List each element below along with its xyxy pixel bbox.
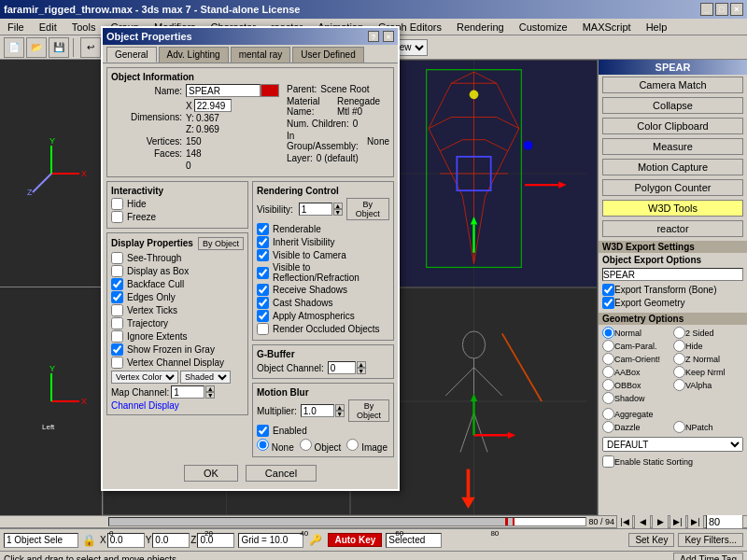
vis-up[interactable]: ▲ <box>333 203 343 209</box>
tl-next-frame-btn[interactable]: ▶| <box>669 514 686 529</box>
tl-play-btn[interactable]: ▶ <box>652 514 669 529</box>
add-time-tag-btn[interactable]: Add Time Tag <box>673 553 743 560</box>
freeze-cb[interactable] <box>111 211 123 223</box>
menu-rendering[interactable]: Rendering <box>453 21 508 33</box>
toolbar-open[interactable]: 📂 <box>26 37 47 58</box>
cancel-btn[interactable]: Cancel <box>246 465 317 482</box>
export-geometry-cb[interactable] <box>602 297 614 309</box>
set-key-btn[interactable]: Set Key <box>628 533 674 547</box>
obbox-radio[interactable] <box>602 379 614 391</box>
vertex-color-select[interactable]: Vertex Color <box>111 371 178 384</box>
trajectory-cb[interactable] <box>111 317 123 329</box>
timeline-track[interactable]: 0 20 40 60 80 <box>108 517 586 526</box>
menu-help[interactable]: Help <box>642 21 671 33</box>
z-normal-radio[interactable] <box>673 353 685 365</box>
measure-btn[interactable]: Measure <box>602 138 743 155</box>
motion-capture-btn[interactable]: Motion Capture <box>602 159 743 175</box>
z-field[interactable]: 0.0 <box>197 533 234 548</box>
toolbar-save[interactable]: 💾 <box>49 37 69 58</box>
collapse-btn[interactable]: Collapse <box>602 97 743 114</box>
reactor-btn[interactable]: reactor <box>602 220 743 237</box>
display-by-object-btn[interactable]: By Object <box>198 237 244 250</box>
2sided-radio[interactable] <box>673 327 685 339</box>
menu-file[interactable]: File <box>4 21 28 33</box>
vertex-channel-cb[interactable] <box>111 357 123 369</box>
maximize-btn[interactable]: □ <box>715 3 728 16</box>
mult-up[interactable]: ▲ <box>335 404 345 411</box>
polygon-counter-btn[interactable]: Polygon Counter <box>602 179 743 196</box>
menu-maxscript[interactable]: MAXScript <box>579 21 635 33</box>
ignore-extents-cb[interactable] <box>111 330 123 343</box>
enabled-cb[interactable] <box>257 425 269 437</box>
ok-btn[interactable]: OK <box>184 465 238 482</box>
color-clipboard-btn[interactable]: Color Clipboard <box>602 118 743 134</box>
vis-camera-cb[interactable] <box>257 249 269 261</box>
tab-general[interactable]: General <box>106 47 157 63</box>
tab-user-defined[interactable]: User Defined <box>292 47 363 63</box>
aggregate-radio[interactable] <box>602 408 614 420</box>
color-swatch[interactable] <box>261 84 279 97</box>
obj-channel-down[interactable]: ▼ <box>357 368 366 374</box>
display-as-box-cb[interactable] <box>111 265 123 277</box>
backface-cull-cb[interactable] <box>111 278 123 290</box>
export-name-input[interactable] <box>602 268 743 281</box>
dialog-help-btn[interactable]: ? <box>368 31 379 42</box>
shaded-select[interactable]: Shaded <box>180 371 231 384</box>
close-btn[interactable]: × <box>730 3 743 16</box>
cam-paral-radio[interactable] <box>602 340 614 352</box>
mult-down[interactable]: ▼ <box>335 411 345 417</box>
auto-key-btn[interactable]: Auto Key <box>328 533 382 547</box>
default-select[interactable]: DEFAULT <box>602 437 743 452</box>
renderable-cb[interactable] <box>257 223 269 235</box>
see-through-cb[interactable] <box>111 252 123 264</box>
hide-cb[interactable] <box>111 198 123 210</box>
enable-static-sorting-cb[interactable] <box>602 455 614 468</box>
toolbar-undo[interactable]: ↩ <box>80 37 101 58</box>
tl-prev-frame-btn[interactable]: ◀ <box>634 514 651 529</box>
menu-tools[interactable]: Tools <box>68 21 100 33</box>
map-channel-input[interactable] <box>171 385 204 399</box>
obj-channel-up[interactable]: ▲ <box>357 361 366 368</box>
aabox-radio[interactable] <box>602 366 614 378</box>
dialog-close-btn[interactable]: × <box>383 31 394 42</box>
key-filters-btn[interactable]: Key Filters... <box>678 533 743 547</box>
rendering-by-object-btn[interactable]: By Object <box>346 198 389 220</box>
vis-refl-cb[interactable] <box>257 267 269 279</box>
tl-next-btn[interactable]: ▶| <box>687 514 704 529</box>
w3d-tools-btn[interactable]: W3D Tools <box>602 200 743 217</box>
tab-mental-ray[interactable]: mental ray <box>231 47 291 63</box>
map-channel-down[interactable]: ▼ <box>205 392 215 399</box>
receive-shadows-cb[interactable] <box>257 284 269 296</box>
channel-display-link[interactable]: Channel Display <box>111 400 244 411</box>
map-channel-up[interactable]: ▲ <box>205 385 215 392</box>
object-radio[interactable] <box>300 439 312 451</box>
render-occluded-cb[interactable] <box>257 323 269 335</box>
cam-orient-radio[interactable] <box>602 353 614 365</box>
tab-adv-lighting[interactable]: Adv. Lighting <box>159 47 229 63</box>
apply-atm-cb[interactable] <box>257 310 269 322</box>
vertex-ticks-cb[interactable] <box>111 304 123 316</box>
dazzle-radio[interactable] <box>602 421 614 433</box>
image-radio[interactable] <box>346 439 359 451</box>
valpha-radio[interactable] <box>673 379 685 391</box>
hide-radio[interactable] <box>673 340 685 352</box>
edges-only-cb[interactable] <box>111 291 123 303</box>
camera-match-btn[interactable]: Camera Match <box>602 77 743 93</box>
name-input[interactable] <box>186 84 261 97</box>
motion-by-object-btn[interactable]: By Object <box>348 399 389 422</box>
tl-prev-btn[interactable]: |◀ <box>616 514 633 529</box>
cast-shadows-cb[interactable] <box>257 297 269 309</box>
dim-x-input[interactable] <box>194 99 232 112</box>
lock-icon[interactable]: 🔒 <box>82 534 96 547</box>
npatch-radio[interactable] <box>673 421 685 433</box>
minimize-btn[interactable]: _ <box>700 3 713 16</box>
multiplier-input[interactable] <box>301 404 334 417</box>
show-frozen-cb[interactable] <box>111 343 123 356</box>
none-radio[interactable] <box>257 439 269 451</box>
inherit-vis-cb[interactable] <box>257 236 269 248</box>
y-field[interactable]: 0.0 <box>152 533 190 548</box>
menu-edit[interactable]: Edit <box>35 21 61 33</box>
menu-customize[interactable]: Customize <box>515 21 571 33</box>
shadow-radio[interactable] <box>602 392 614 404</box>
normal-radio[interactable] <box>602 327 614 339</box>
